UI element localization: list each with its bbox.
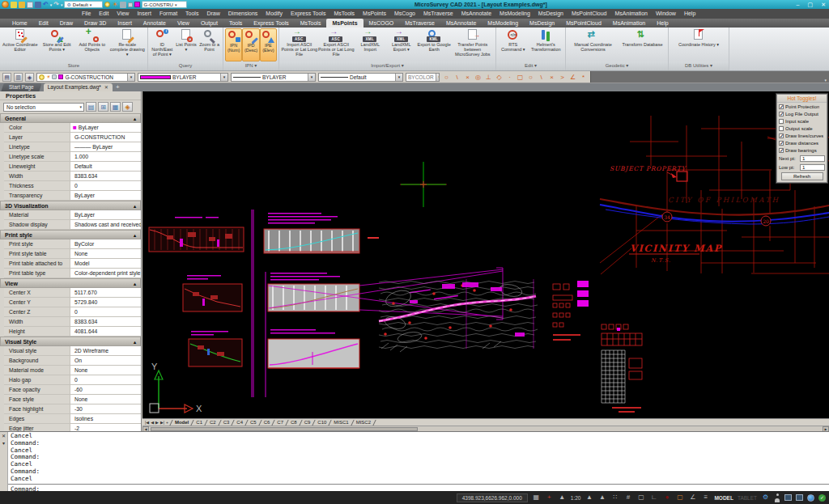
toggle-item[interactable]: ✓ Log File Output [777, 110, 827, 117]
ribbon-tab[interactable]: MsAnimation [607, 19, 651, 28]
close-button[interactable]: ✕ [821, 2, 826, 8]
first-tab-icon[interactable]: |◀ [145, 419, 149, 426]
property-row[interactable]: Face style None [4, 395, 141, 404]
group-label-store[interactable]: Store [0, 61, 147, 70]
export-ascii-button[interactable]: →ASC Export ASCII Points or Lat Long Fil… [318, 28, 355, 61]
rescale-drawing-button[interactable]: Re-scale complete drawing ▾ [109, 28, 146, 61]
workspace-combo[interactable]: ⚙ Default ▾ [64, 1, 103, 8]
menu-item[interactable]: Tools [181, 9, 202, 19]
group-label-geodetic[interactable]: Geodetic ▾ [566, 61, 668, 70]
horizontal-scrollbar[interactable]: ◀ ▶ [142, 426, 829, 431]
ribbon-tab[interactable]: Help [651, 19, 674, 28]
new-tab-icon[interactable]: + [116, 83, 120, 91]
window-layout-icon[interactable] [784, 494, 792, 501]
property-row[interactable]: Center Z 0 [4, 307, 141, 317]
menu-item[interactable]: Format [155, 9, 181, 19]
lineweight-combo[interactable]: Default ▾ [318, 73, 403, 82]
chevron-down-icon[interactable]: ▾ [127, 74, 134, 81]
chevron-down-icon[interactable]: ▾ [395, 74, 402, 81]
coordinate-history-button[interactable]: Coordinate History ▾ [673, 28, 725, 61]
window-cascade-icon[interactable] [796, 494, 803, 501]
active-coordinate-editor-button[interactable]: Active Coordinate Editor [2, 28, 38, 61]
new-file-icon[interactable] [11, 2, 17, 8]
snap-none-icon[interactable]: * [579, 73, 588, 82]
ipe-elev-button[interactable]: IPE (Elev) [260, 28, 277, 61]
property-row[interactable]: Visual style 2D Wireframe [4, 346, 141, 356]
tab-active-drawing[interactable]: Layout Examples.dwg* ✕ [44, 83, 113, 91]
command-window[interactable]: ✕ ▾ Cancel Command: Cancel Command: Canc… [0, 431, 829, 491]
menu-item[interactable]: Insert [133, 9, 155, 19]
ribbon-tab[interactable]: Edit [33, 19, 54, 28]
layer-thaw-icon[interactable]: ☀ [46, 74, 50, 79]
property-row[interactable]: Width 8383.634 [4, 317, 141, 327]
menu-item[interactable]: MsPoints [359, 9, 390, 19]
menu-item[interactable]: MsDesign [534, 9, 568, 19]
checkbox[interactable]: ✓ [779, 104, 784, 109]
checkbox[interactable] [779, 119, 784, 124]
store-edit-points-button[interactable]: Store and Edit Points ▾ [38, 28, 74, 61]
property-row[interactable]: Thickness 0 [4, 181, 141, 191]
toggle-item[interactable]: ✓ Draw distances [777, 139, 827, 146]
ribbon-tab[interactable]: View [172, 19, 195, 28]
ribbon-tab[interactable]: MsAnnotate [440, 19, 482, 28]
add-layout-icon[interactable]: + [166, 419, 168, 426]
printstyle-combo[interactable]: BYCOLOR ▾ [406, 73, 440, 82]
tripod-add-icon[interactable]: ▲ [597, 493, 606, 502]
menu-item[interactable]: MsModeling [495, 9, 534, 19]
toggle-item[interactable]: Output scale [777, 125, 827, 132]
property-row[interactable]: Face opacity -60 [4, 385, 141, 395]
section-header[interactable]: View ▴ [0, 278, 141, 288]
title-bar[interactable]: ↶▾ ↷▾ ⚙ Default ▾ ☀ G-CONSTRU ▾ MicroSur… [0, 0, 829, 9]
property-row[interactable]: Background On [4, 356, 141, 366]
menu-item[interactable]: MsCogo [390, 9, 419, 19]
list-points-button[interactable]: List Points ▾ [175, 28, 198, 61]
rts-command-button[interactable]: </> RTS Command ▾ [498, 28, 529, 61]
ribbon-tab[interactable]: Draw 3D [79, 19, 112, 28]
command-history[interactable]: Cancel Command: Cancel Command: Cancel C… [8, 432, 829, 484]
gear-icon[interactable]: ⚙ [761, 493, 770, 502]
chevron-down-icon[interactable]: ▾ [824, 78, 827, 83]
tab-start-page[interactable]: Start Page [1, 83, 41, 91]
ribbon-tab[interactable]: Insert [112, 19, 138, 28]
close-icon[interactable]: ✕ [104, 83, 108, 91]
toggle-item[interactable]: ✓ Point Protection [777, 103, 827, 110]
chevron-down-icon[interactable]: ▾ [436, 74, 440, 81]
property-row[interactable]: Transparency ByLayer [4, 191, 141, 201]
property-row[interactable]: Linetype ——— ByLayer [4, 142, 141, 152]
lock-icon[interactable] [128, 2, 133, 7]
zoom-to-point-button[interactable]: Zoom to a Point [198, 28, 221, 61]
selection-box-icon[interactable]: ▢ [675, 493, 684, 502]
group-label-query[interactable]: Query [148, 61, 223, 70]
menu-item[interactable]: Dimensions [224, 9, 262, 19]
collapse-icon[interactable]: ▴ [134, 281, 136, 286]
helmerts-transformation-button[interactable]: Helmert's Transformation [529, 28, 563, 61]
group-label-edit[interactable]: Edit ▾ [496, 61, 565, 70]
ribbon-tab[interactable]: Tools [223, 19, 248, 28]
ipn-num-button[interactable]: IPN (Num) [225, 28, 242, 61]
maximize-button[interactable]: ▢ [808, 2, 814, 8]
close-icon[interactable]: ✕ [2, 433, 6, 438]
lineweight-toggle-icon[interactable]: ≡ [701, 493, 710, 502]
redo-dropdown-icon[interactable]: ▾ [61, 2, 63, 7]
next-tab-icon[interactable]: ▶ [155, 419, 159, 426]
plan-view-icon[interactable]: ▦ [532, 493, 541, 502]
export-google-earth-button[interactable]: KML Export to Google Earth [417, 28, 451, 61]
snap-toggle-icon[interactable]: ▢ [636, 493, 645, 502]
snap-extension-icon[interactable]: \ [537, 73, 546, 82]
landxml-export-button[interactable]: →XML LandXML Export ▾ [386, 28, 417, 61]
snap-midpoint-icon[interactable]: × [463, 73, 472, 82]
layer-combo[interactable]: ☀ G-CONSTRUCTION ▾ [36, 73, 135, 82]
checkbox[interactable]: ✓ [779, 148, 784, 153]
color-combo[interactable]: BYLAYER ▾ [138, 73, 228, 82]
snap-perpendicular-icon[interactable]: ⊥ [484, 73, 493, 82]
angle-icon[interactable]: ∠ [688, 493, 697, 502]
toggle-pickadd-icon[interactable]: ▦ [110, 102, 121, 112]
group-label-ipn[interactable]: IPN ▾ [223, 61, 278, 70]
refresh-button[interactable]: Refresh [781, 172, 823, 180]
menu-item[interactable]: View [113, 9, 133, 19]
property-row[interactable]: Edge jitter -2 [4, 424, 141, 431]
selection-combo[interactable]: No selection ▾ [3, 103, 84, 112]
layer-lock-icon[interactable] [52, 74, 57, 79]
coordinate-readout[interactable]: 4398.923,6626.962,0.000 [457, 493, 528, 502]
layer-quick-combo[interactable]: G-CONSTRU ▾ [142, 1, 187, 8]
